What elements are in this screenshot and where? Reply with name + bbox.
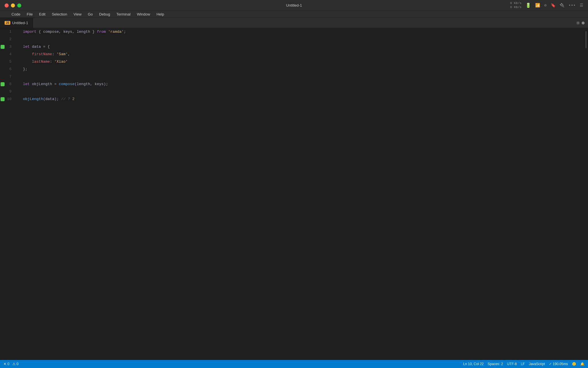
menubar: Code File Edit Selection View Go Debug T… <box>0 11 588 18</box>
line-number-6: 6 <box>0 66 17 73</box>
encoding[interactable]: UTF-8 <box>507 362 517 366</box>
scrollbar-thumb[interactable] <box>585 31 587 48</box>
menu-selection[interactable]: Selection <box>49 12 70 17</box>
code-line-1[interactable]: 1import { compose, keys, length } from '… <box>0 28 584 36</box>
indentation[interactable]: Spaces: 2 <box>488 362 503 366</box>
battery-icon: 🔋 <box>525 3 531 8</box>
line-content-1: import { compose, keys, length } from 'r… <box>17 28 126 36</box>
editor[interactable]: 1import { compose, keys, length } from '… <box>0 28 588 360</box>
code-line-10[interactable]: 10objLength(data); // ? 2 <box>0 95 584 103</box>
menu-file[interactable]: File <box>24 12 36 17</box>
split-editor-icon[interactable]: ⊞ <box>577 20 579 26</box>
code-line-9[interactable]: 9 <box>0 88 584 95</box>
quokka-status[interactable]: ✓ 190.05ms <box>549 362 568 366</box>
statusbar-left: ✕ 0 ⚠ 0 <box>3 362 18 366</box>
gutter-breakpoint-3 <box>1 45 5 49</box>
line-content-4: firstName: 'Sam', <box>17 51 70 58</box>
language-badge: JS <box>5 21 10 25</box>
statusbar: ✕ 0 ⚠ 0 Ln 10, Col 22 Spaces: 2 UTF-8 LF… <box>0 360 588 368</box>
warning-icon: ⚠ <box>12 362 16 366</box>
active-tab[interactable]: JS Untitled-1 <box>0 18 33 28</box>
line-content-6: }; <box>17 66 28 73</box>
code-line-8[interactable]: 8let objLength = compose(length, keys); <box>0 80 584 88</box>
window-title: Untitled-1 <box>286 3 302 7</box>
line-number-5: 5 <box>0 58 17 66</box>
code-line-5[interactable]: 5 lastName: 'Xiao' <box>0 58 584 66</box>
activity-monitor-icon: ⊘ <box>544 3 546 8</box>
gutter-breakpoint-8 <box>1 82 5 86</box>
cursor-position[interactable]: Ln 10, Col 22 <box>463 362 483 366</box>
titlebar: Untitled-1 0 KB/s 0 KB/s 🔋 📶 ⊘ 🔖 🔌 ••• ☰ <box>0 0 588 11</box>
menu-terminal[interactable]: Terminal <box>114 12 134 17</box>
line-content-7 <box>17 73 25 80</box>
tab-filename: Untitled-1 <box>12 21 28 25</box>
tabbar: JS Untitled-1 ⊞ <box>0 18 588 28</box>
code-line-6[interactable]: 6}; <box>0 66 584 73</box>
bell-icon[interactable]: 🔔 <box>580 362 585 366</box>
warning-count[interactable]: ⚠ 0 <box>12 362 19 366</box>
line-content-9 <box>17 88 25 95</box>
line-content-5: lastName: 'Xiao' <box>17 58 68 66</box>
line-number-2: 2 <box>0 36 17 43</box>
gutter-breakpoint-10 <box>1 97 5 101</box>
line-content-2 <box>17 36 25 43</box>
menu-apple[interactable] <box>2 14 8 15</box>
code-editor[interactable]: 1import { compose, keys, length } from '… <box>0 28 584 360</box>
language-mode[interactable]: JavaScript <box>529 362 545 366</box>
error-count[interactable]: ✕ 0 <box>3 362 9 366</box>
line-content-10: objLength(data); // ? 2 <box>17 95 74 103</box>
list-icon[interactable]: ☰ <box>580 3 583 8</box>
code-line-2[interactable]: 2 <box>0 36 584 43</box>
menu-go[interactable]: Go <box>85 12 96 17</box>
code-line-4[interactable]: 4 firstName: 'Sam', <box>0 51 584 58</box>
titlebar-right: 0 KB/s 0 KB/s 🔋 📶 ⊘ 🔖 🔌 ••• ☰ <box>510 1 583 9</box>
line-number-9: 9 <box>0 88 17 95</box>
extension-icon: 🔌 <box>560 3 564 8</box>
warning-number: 0 <box>17 362 19 366</box>
code-line-3[interactable]: 3let data = { <box>0 43 584 51</box>
menu-view[interactable]: View <box>71 12 84 17</box>
menu-code[interactable]: Code <box>9 12 23 17</box>
line-content-8: let objLength = compose(length, keys); <box>17 80 108 88</box>
minimize-button[interactable] <box>11 3 15 7</box>
line-number-7: 7 <box>0 73 17 80</box>
smiley-icon[interactable]: 🙂 <box>572 362 576 366</box>
line-ending[interactable]: LF <box>521 362 525 366</box>
more-icon[interactable]: ••• <box>568 3 576 8</box>
bookmark-icon: 🔖 <box>551 3 556 8</box>
statusbar-right: Ln 10, Col 22 Spaces: 2 UTF-8 LF JavaScr… <box>463 362 585 366</box>
menu-debug[interactable]: Debug <box>96 12 113 17</box>
error-number: 0 <box>7 362 9 366</box>
menu-edit[interactable]: Edit <box>36 12 48 17</box>
wifi-icon: 📶 <box>535 3 540 8</box>
error-icon: ✕ <box>3 362 6 366</box>
traffic-lights <box>5 3 21 7</box>
code-line-7[interactable]: 7 <box>0 73 584 80</box>
network-speed: 0 KB/s 0 KB/s <box>510 1 522 9</box>
maximize-button[interactable] <box>17 3 21 7</box>
unsaved-indicator <box>582 22 585 24</box>
close-button[interactable] <box>5 3 9 7</box>
line-number-1: 1 <box>0 28 17 36</box>
menu-help[interactable]: Help <box>154 12 167 17</box>
tab-actions: ⊞ <box>577 20 588 26</box>
line-number-4: 4 <box>0 51 17 58</box>
title-text: Untitled-1 <box>286 3 302 7</box>
vertical-scrollbar[interactable] <box>584 28 588 360</box>
menu-window[interactable]: Window <box>134 12 153 17</box>
line-content-3: let data = { <box>17 43 50 51</box>
